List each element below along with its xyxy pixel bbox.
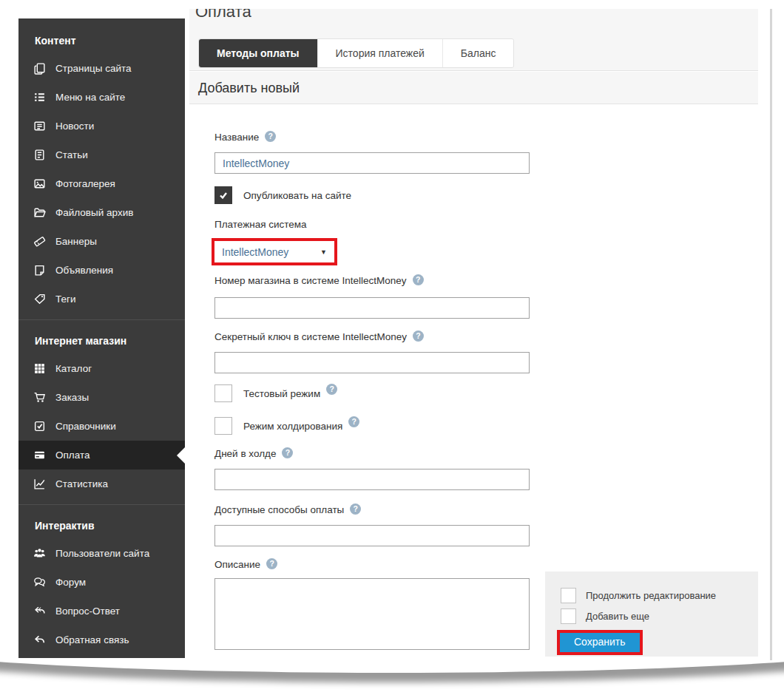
sidebar-item-label: Баннеры (55, 236, 97, 247)
sidebar-item-label: Вопрос-Ответ (55, 606, 120, 617)
payment-card-icon (33, 449, 46, 461)
pay-methods-label: Доступные способы оплаты? (214, 504, 361, 516)
payment-system-annotation-box: IntellectMoney ▼ (212, 238, 337, 265)
publish-checkbox-row: Опубликовать на сайте (214, 186, 351, 204)
orders-cart-icon (33, 391, 46, 404)
photo-gallery-icon (33, 177, 46, 190)
description-textarea[interactable] (214, 578, 530, 650)
sidebar-section-content: Контент Страницы сайта Меню на сайте (18, 26, 185, 313)
save-annotation-box: Сохранить (557, 630, 643, 655)
help-icon[interactable]: ? (348, 416, 359, 427)
add-more-label: Добавить еще (586, 611, 649, 622)
sidebar-item-label: Пользователи сайта (55, 548, 149, 559)
banners-icon (33, 235, 46, 248)
help-icon[interactable]: ? (350, 504, 361, 515)
continue-editing-row: Продолжить редактирование (561, 588, 716, 603)
sidebar-item-label: Новости (55, 121, 94, 132)
publish-checkbox-label: Опубликовать на сайте (243, 190, 351, 201)
sidebar: Контент Страницы сайта Меню на сайте (18, 18, 185, 658)
hold-mode-label: Режим холдирования (243, 421, 342, 432)
hold-mode-checkbox-row: Режим холдирования ? (214, 417, 359, 435)
continue-editing-checkbox[interactable] (561, 588, 576, 603)
hold-days-input[interactable] (214, 469, 530, 490)
sidebar-item-label: Меню на сайте (55, 92, 125, 103)
shop-number-label: Номер магазина в системе IntellectMoney? (214, 275, 424, 287)
sidebar-item-payment[interactable]: Оплата (18, 441, 185, 469)
payment-system-label: Платежная система (214, 219, 307, 230)
sidebar-item-banners[interactable]: Баннеры (18, 227, 185, 256)
shop-number-input[interactable] (214, 297, 530, 319)
screenshot-frame: Контент Страницы сайта Меню на сайте (18, 9, 772, 660)
sidebar-section-title: Интерактив (18, 511, 185, 539)
help-icon[interactable]: ? (413, 274, 424, 285)
add-more-checkbox[interactable] (561, 608, 576, 624)
payment-system-select[interactable]: IntellectMoney ▼ (214, 241, 334, 262)
sidebar-item-file-archive[interactable]: Файловый архив (18, 198, 185, 227)
test-mode-checkbox[interactable] (214, 384, 232, 402)
sidebar-item-label: Страницы сайта (55, 63, 131, 74)
sidebar-item-statistics[interactable]: Статистика (18, 469, 185, 498)
hold-days-label: Дней в холде? (214, 448, 293, 460)
payment-system-selected-value: IntellectMoney (222, 246, 288, 258)
statistics-icon (33, 478, 46, 490)
site-users-icon (33, 547, 46, 560)
sidebar-section-title: Интернет магазин (18, 326, 185, 354)
sidebar-item-question-answer[interactable]: Вопрос-Ответ (18, 597, 185, 626)
help-icon[interactable]: ? (265, 131, 276, 142)
articles-icon (33, 149, 46, 161)
sidebar-item-site-menu[interactable]: Меню на сайте (18, 83, 185, 112)
site-menu-icon (33, 91, 46, 104)
question-answer-icon (33, 605, 46, 617)
sidebar-item-label: Статистика (55, 478, 108, 489)
sidebar-item-label: Файловый архив (55, 207, 133, 218)
sidebar-item-photo-gallery[interactable]: Фотогалерея (18, 169, 185, 198)
sidebar-item-label: Каталог (55, 363, 92, 374)
sidebar-item-catalog[interactable]: Каталог (18, 354, 185, 383)
page-title: Оплата (195, 9, 251, 21)
publish-checkbox[interactable] (214, 186, 232, 204)
sidebar-item-articles[interactable]: Статьи (18, 140, 185, 169)
sidebar-item-label: Теги (55, 294, 75, 305)
tab-balance[interactable]: Баланс (442, 39, 514, 67)
sidebar-item-label: Объявления (55, 265, 113, 276)
sidebar-item-feedback[interactable]: Обратная связь (18, 626, 185, 654)
action-panel: Продолжить редактирование Добавить еще С… (545, 572, 758, 657)
sidebar-item-site-users[interactable]: Пользователи сайта (18, 539, 185, 568)
test-mode-label: Тестовый режим (243, 388, 320, 399)
section-title-add-new: Добавить новый (189, 72, 758, 104)
sidebar-section-shop: Интернет магазин Каталог Заказы (18, 319, 185, 498)
sidebar-item-label: Форум (55, 577, 86, 588)
sidebar-item-announcements[interactable]: Объявления (18, 256, 185, 285)
name-input[interactable] (214, 152, 530, 174)
save-button[interactable]: Сохранить (560, 633, 640, 652)
sidebar-section-title: Контент (18, 26, 185, 54)
sidebar-item-label: Оплата (55, 450, 89, 461)
help-icon[interactable]: ? (413, 330, 424, 342)
tags-icon (33, 293, 46, 305)
secret-key-label: Секретный ключ в системе IntellectMoney? (214, 331, 424, 343)
continue-editing-label: Продолжить редактирование (586, 590, 716, 601)
page: Контент Страницы сайта Меню на сайте (0, 0, 784, 695)
description-label: Описание? (214, 559, 277, 571)
sidebar-item-forum[interactable]: Форум (18, 568, 185, 597)
pay-methods-input[interactable] (214, 525, 530, 546)
hold-mode-checkbox[interactable] (214, 417, 232, 435)
sidebar-item-news[interactable]: Новости (18, 112, 185, 140)
catalog-icon (33, 362, 46, 375)
sidebar-item-directories[interactable]: Справочники (18, 412, 185, 441)
pages-icon (33, 62, 46, 75)
help-icon[interactable]: ? (326, 384, 337, 395)
sidebar-item-label: Обратная связь (55, 634, 129, 645)
tab-payment-methods[interactable]: Методы оплаты (199, 39, 317, 67)
help-icon[interactable]: ? (266, 558, 277, 569)
secret-key-input[interactable] (214, 352, 530, 373)
sidebar-item-tags[interactable]: Теги (18, 285, 185, 313)
sidebar-item-pages[interactable]: Страницы сайта (18, 54, 185, 83)
feedback-icon (33, 634, 46, 646)
help-icon[interactable]: ? (282, 447, 293, 458)
tab-payment-history[interactable]: История платежей (317, 39, 442, 67)
chevron-down-icon: ▼ (320, 248, 327, 256)
forum-icon (33, 576, 46, 589)
sidebar-item-orders[interactable]: Заказы (18, 383, 185, 412)
checkmark-icon (218, 190, 229, 200)
